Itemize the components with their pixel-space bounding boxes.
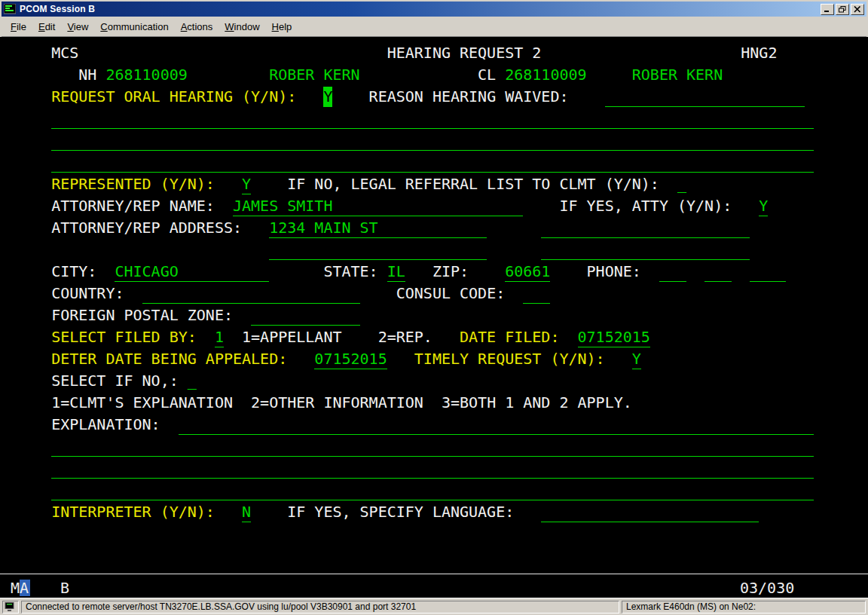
terminal-field[interactable] <box>179 415 814 435</box>
terminal-field[interactable] <box>523 283 550 304</box>
terminal-text: IF NO, LEGAL REFERRAL LIST TO CLMT (Y/N)… <box>287 174 659 194</box>
terminal-field[interactable] <box>51 458 813 479</box>
terminal-field[interactable] <box>378 218 487 238</box>
terminal-field[interactable]: 07152015 <box>314 349 387 369</box>
terminal-field[interactable]: Y <box>759 196 768 216</box>
terminal-field[interactable]: Y <box>632 349 641 369</box>
terminal-text: 268110009 <box>105 65 187 85</box>
menu-file[interactable]: File <box>5 18 32 35</box>
terminal-text: HNG2 <box>741 43 777 63</box>
terminal-field[interactable] <box>541 218 750 238</box>
terminal-field[interactable] <box>51 130 813 151</box>
terminal-cursor[interactable]: Y <box>323 87 332 107</box>
terminal-row: ATTORNEY/REP NAME:JAMES SMITH IF YES, AT… <box>15 196 868 218</box>
menu-edit[interactable]: Edit <box>32 18 61 35</box>
terminal-emulator-area[interactable]: MCSHEARING REQUEST 2HNG2NH268110009ROBER… <box>0 37 868 598</box>
terminal-field[interactable] <box>605 87 805 107</box>
terminal-text: CITY: <box>51 262 96 282</box>
terminal-text: _ <box>677 174 686 194</box>
terminal-text: IF YES, ATTY (Y/N): <box>559 196 732 216</box>
printer-status: Lexmark E460dn (MS) on Ne02: <box>622 601 866 613</box>
terminal-field[interactable]: N <box>242 502 251 522</box>
terminal-field[interactable] <box>51 480 813 500</box>
terminal-text: ATTORNEY/REP NAME: <box>51 196 215 216</box>
close-button[interactable] <box>851 4 864 15</box>
terminal-text: 268110009 <box>505 65 586 85</box>
minimize-button[interactable] <box>821 4 834 15</box>
menu-bar: File Edit View Communication Actions Win… <box>2 17 866 37</box>
terminal-row <box>15 130 868 152</box>
terminal-field[interactable] <box>51 436 813 457</box>
oia-cursor-position: 03/030 <box>740 577 794 598</box>
terminal-text: _ <box>188 371 197 391</box>
terminal-text: SELECT IF NO,: <box>51 371 179 391</box>
terminal-field[interactable] <box>659 262 686 282</box>
terminal-row: REQUEST ORAL HEARING (Y/N):YREASON HEARI… <box>15 87 868 109</box>
terminal-text: CONSUL CODE: <box>396 283 506 304</box>
terminal-field[interactable] <box>269 240 487 260</box>
restore-button[interactable] <box>836 4 849 15</box>
terminal-field[interactable] <box>179 262 269 282</box>
terminal-row <box>15 436 868 458</box>
terminal-field[interactable]: JAMES SMITH <box>233 196 332 216</box>
terminal-text: STATE: <box>323 262 377 282</box>
terminal-row: NH268110009ROBER KERNCL268110009ROBER KE… <box>15 65 868 87</box>
status-bar: Connected to remote server/host TN3270E.… <box>0 598 868 615</box>
terminal-field[interactable] <box>704 262 732 282</box>
terminal-text: 1=APPELLANT <box>242 327 341 347</box>
terminal-text: ZIP: <box>432 262 469 282</box>
terminal-text: CL <box>478 65 496 85</box>
app-icon <box>4 4 16 14</box>
terminal-text: REASON HEARING WAIVED: <box>369 87 569 107</box>
menu-communication[interactable]: Communication <box>94 18 174 35</box>
terminal-field[interactable] <box>51 109 813 129</box>
terminal-text: IF YES, SPECIFY LANGUAGE: <box>287 502 514 522</box>
menu-help[interactable]: Help <box>266 18 298 35</box>
terminal-text: FOREIGN POSTAL ZONE: <box>51 305 233 326</box>
terminal-text: INTERPRETER (Y/N): <box>51 502 215 522</box>
terminal-text: PHONE: <box>587 262 641 282</box>
pcom-window: PCOM Session B File Edit View Communicat… <box>0 0 868 615</box>
menu-view[interactable]: View <box>61 18 94 35</box>
terminal-field[interactable]: 1234 MAIN ST <box>269 218 378 238</box>
terminal-field[interactable] <box>51 152 813 173</box>
terminal-row: 1=CLMT'S EXPLANATION 2=OTHER INFORMATION… <box>15 393 868 415</box>
terminal-row <box>15 458 868 480</box>
terminal-field[interactable] <box>541 502 759 522</box>
terminal-field[interactable]: CHICAGO <box>115 262 178 282</box>
menu-actions[interactable]: Actions <box>175 18 219 35</box>
terminal-field[interactable]: 1 <box>215 327 224 347</box>
terminal-row: ATTORNEY/REP ADDRESS:1234 MAIN ST <box>15 218 868 240</box>
terminal-text: DATE FILED: <box>460 327 559 347</box>
terminal-row <box>15 109 868 130</box>
title-bar[interactable]: PCOM Session B <box>2 2 866 17</box>
terminal-field[interactable]: 07152015 <box>578 327 650 347</box>
operator-information-area: MA B 03/030 <box>0 577 868 598</box>
menu-window[interactable]: Window <box>219 18 265 35</box>
terminal-text: REPRESENTED (Y/N): <box>51 174 215 194</box>
terminal-field[interactable] <box>750 262 786 282</box>
terminal-field[interactable]: 60661 <box>505 262 550 282</box>
terminal-text: ATTORNEY/REP ADDRESS: <box>51 218 242 238</box>
terminal-field[interactable] <box>142 283 360 304</box>
terminal-row: REPRESENTED (Y/N):YIF NO, LEGAL REFERRAL… <box>15 174 868 196</box>
terminal-field[interactable] <box>541 240 750 260</box>
terminal-field[interactable] <box>251 305 359 326</box>
terminal-row: EXPLANATION: <box>15 415 868 436</box>
terminal-text: COUNTRY: <box>51 283 124 304</box>
window-title: PCOM Session B <box>20 4 819 14</box>
terminal-text: TIMELY REQUEST (Y/N): <box>414 349 605 369</box>
oia-session-id: B <box>60 577 69 598</box>
terminal-field[interactable]: Y <box>242 174 251 194</box>
terminal-text: ROBER KERN <box>269 65 359 85</box>
terminal-row: SELECT IF NO,:_ <box>15 371 868 393</box>
terminal-field[interactable]: IL <box>387 262 405 282</box>
terminal-field[interactable] <box>332 196 523 216</box>
oia-separator-line <box>0 574 868 574</box>
oia-indicators: MA <box>11 577 29 598</box>
terminal-row: SELECT FILED BY:11=APPELLANT2=REP.DATE F… <box>15 327 868 349</box>
terminal-text: NH <box>78 65 96 85</box>
terminal-row: MCSHEARING REQUEST 2HNG2 <box>15 43 868 65</box>
terminal-text: HEARING REQUEST 2 <box>387 43 542 63</box>
terminal-row: FOREIGN POSTAL ZONE: <box>15 305 868 327</box>
